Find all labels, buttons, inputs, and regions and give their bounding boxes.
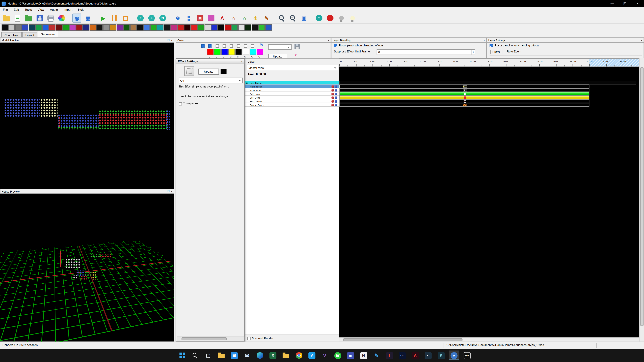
effect-presets-icon[interactable]: ▦ (196, 13, 204, 23)
effect-marker[interactable] (463, 85, 467, 88)
play-icon[interactable]: ▶ (98, 13, 108, 23)
tab-layout[interactable]: Layout (22, 32, 38, 37)
suppress-frame-input[interactable]: 0 ▴ ▾ (377, 49, 475, 55)
scrollbar-thumb[interactable] (640, 67, 644, 326)
effect-thumb-15[interactable] (96, 24, 103, 31)
effect-thumb-23[interactable] (150, 24, 157, 31)
color-swatch-1[interactable] (207, 49, 214, 55)
menu-import[interactable]: Import (61, 7, 75, 13)
rewind-icon[interactable]: « (136, 13, 145, 23)
effect-thumb-6[interactable] (36, 24, 42, 31)
effect-color-swatch[interactable] (220, 69, 227, 74)
search-button[interactable] (190, 351, 200, 360)
house-preview-icon[interactable]: ⌂ (229, 13, 238, 23)
track-model-icon[interactable] (335, 92, 337, 95)
color-curve-button-2[interactable]: C (216, 55, 217, 58)
color-enable-checkbox-1[interactable] (201, 44, 204, 48)
text-effect-icon[interactable]: A (218, 13, 227, 23)
track-render-icon[interactable] (332, 104, 334, 106)
track-model-icon[interactable] (335, 96, 337, 99)
effect-thumb-18[interactable] (116, 24, 123, 31)
windows-layout-icon[interactable]: ▣ (299, 13, 308, 23)
effect-thumb-28[interactable] (184, 24, 190, 31)
effect-thumb-34[interactable] (224, 24, 231, 31)
lightroom-app[interactable]: Lrc (397, 351, 407, 360)
color-curve-button-4[interactable]: C (230, 55, 232, 58)
palette-dropdown[interactable] (268, 44, 292, 50)
visual-studio-app[interactable]: V (320, 351, 330, 360)
effect-track[interactable] (339, 103, 589, 107)
mastodon-app[interactable]: m (346, 351, 356, 360)
kdenlive-app[interactable]: K (436, 351, 446, 360)
suspend-render-checkbox[interactable] (247, 337, 250, 340)
xlights-app[interactable]: ★ (449, 351, 459, 360)
color-curve-button-5[interactable]: C (237, 55, 239, 58)
effect-marker[interactable] (463, 100, 467, 102)
menu-edit[interactable]: Edit (11, 7, 22, 13)
effect-thumb-5[interactable] (29, 24, 35, 31)
pen-app[interactable]: ✎ (372, 351, 381, 360)
timing-track[interactable] (339, 81, 636, 84)
color-swatch-2[interactable] (214, 49, 221, 55)
maximize-button[interactable]: ◱ (618, 0, 631, 7)
scrollbar-thumb[interactable] (343, 338, 462, 341)
effect-thumb-9[interactable] (56, 24, 62, 31)
track-render-icon[interactable] (332, 92, 334, 95)
new-sequence-icon[interactable] (13, 13, 22, 23)
model-preview-canvas[interactable] (0, 43, 174, 189)
effect-thumb-25[interactable] (164, 24, 170, 31)
timeline-vertical-scrollbar[interactable] (639, 58, 644, 342)
effect-marker[interactable] (463, 96, 467, 99)
effect-thumb-24[interactable] (157, 24, 164, 31)
color-swatch-7[interactable] (250, 49, 256, 55)
color-update-button[interactable]: Update (268, 54, 287, 59)
timeline-ruler[interactable]: 0.002.004.006.008.0010.0012.0014.0016.00… (339, 58, 639, 67)
effect-thumb-7[interactable] (42, 24, 49, 31)
color-enable-checkbox-3[interactable] (216, 44, 219, 48)
spinner-down-icon[interactable]: ▾ (473, 52, 474, 54)
effect-thumb-27[interactable] (177, 24, 184, 31)
color-enable-checkbox-4[interactable] (222, 44, 226, 48)
color-swatch-8[interactable] (257, 49, 263, 55)
menu-tools[interactable]: Tools (22, 7, 35, 13)
render-all-icon[interactable]: ◉ (72, 13, 81, 23)
effect-thumb-14[interactable] (90, 24, 96, 31)
effect-marker[interactable] (463, 104, 467, 106)
stop-icon[interactable] (121, 13, 130, 23)
track-row[interactable]: Bell_Outline (245, 99, 339, 103)
color-enable-checkbox-2[interactable] (208, 44, 212, 48)
track-row[interactable]: ◉New Timing (245, 81, 339, 84)
color-swatch-6[interactable] (242, 49, 249, 55)
reset-panel-checkbox[interactable] (490, 44, 493, 47)
track-row[interactable]: Icicle_Icicles (245, 84, 339, 88)
effect-thumb-30[interactable] (198, 24, 204, 31)
effect-thumb-12[interactable] (76, 24, 82, 31)
color-curve-button-8[interactable]: C (258, 55, 260, 58)
effect-thumb-16[interactable] (103, 24, 110, 31)
effect-thumb-17[interactable] (110, 24, 116, 31)
change-show-folder-icon[interactable] (2, 13, 11, 23)
chrome-browser[interactable] (294, 351, 304, 360)
timeline-grid[interactable] (339, 67, 639, 337)
effect-track[interactable] (339, 96, 589, 99)
light-off-icon[interactable] (337, 13, 346, 23)
color-enable-checkbox-5[interactable] (230, 44, 233, 48)
timeline-horizontal-scrollbar[interactable] (339, 337, 639, 341)
light-on-icon[interactable] (348, 13, 357, 23)
color-enable-checkbox-7[interactable] (244, 44, 247, 48)
excel-app[interactable]: X (268, 351, 278, 360)
menu-audio[interactable]: Audio (47, 7, 61, 13)
pencil-icon[interactable]: ✎ (262, 13, 271, 23)
mail-app[interactable]: ✉ (242, 351, 252, 360)
menu-file[interactable]: File (0, 7, 11, 13)
close-panel-icon[interactable]: × (241, 60, 243, 62)
hd-app[interactable]: HD (462, 351, 472, 360)
photos-app[interactable]: ▣ (229, 351, 239, 360)
close-panel-icon[interactable]: × (483, 39, 485, 41)
folder-shortcut[interactable] (281, 351, 291, 360)
whatsapp[interactable]: ☎ (333, 351, 343, 360)
replay-icon[interactable]: ↻ (158, 13, 167, 23)
track-render-icon[interactable] (332, 89, 334, 91)
effect-thumb-35[interactable] (232, 24, 238, 31)
effect-track[interactable] (339, 84, 589, 88)
